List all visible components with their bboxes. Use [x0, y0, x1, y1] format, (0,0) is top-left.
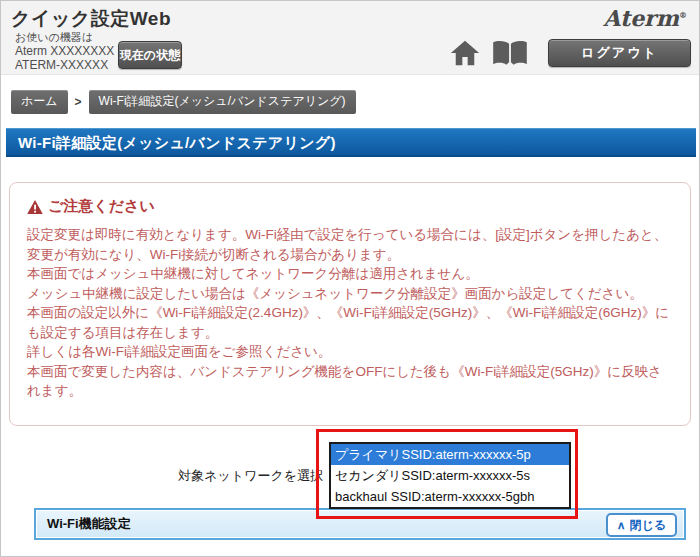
quick-settings-page: クイック設定Web お使いの機器は Aterm XXXXXXXX ATERM-X…: [0, 0, 700, 557]
page-title: Wi-Fi詳細設定(メッシュ/バンドステアリング): [6, 128, 696, 157]
notice-paragraph: 本画面で変更した内容は、バンドステアリング機能をOFFにした後も《Wi-Fi詳細…: [27, 362, 674, 401]
breadcrumb: ホーム > Wi-Fi詳細設定(メッシュ/バンドステアリング): [11, 90, 356, 114]
network-select-label: 対象ネットワークを選択: [1, 467, 323, 485]
warning-triangle-icon: [27, 200, 43, 214]
open-book-icon[interactable]: [491, 39, 529, 67]
breadcrumb-current[interactable]: Wi-Fi詳細設定(メッシュ/バンドステアリング): [89, 90, 356, 114]
notice-body: 設定変更は即時に有効となります。Wi-Fi経由で設定を行っている場合には、[設定…: [10, 216, 690, 401]
notice-paragraph: 本画面の設定以外に《Wi-Fi詳細設定(2.4GHz)》、《Wi-Fi詳細設定(…: [27, 303, 674, 342]
wifi-function-section-header: Wi-Fi機能設定 ∧ 閉じる: [34, 508, 686, 540]
network-option-primary[interactable]: プライマリSSID:aterm-xxxxxx-5p: [331, 444, 569, 465]
breadcrumb-home[interactable]: ホーム: [11, 90, 68, 114]
notice-paragraph: 詳しくは各Wi-Fi詳細設定画面をご参照ください。: [27, 342, 674, 362]
notice-box: ご注意ください 設定変更は即時に有効となります。Wi-Fi経由で設定を行っている…: [9, 182, 691, 426]
collapse-button-label: 閉じる: [629, 517, 666, 534]
device-name: ATERM-XXXXXX: [15, 58, 114, 72]
network-option-secondary[interactable]: セカンダリSSID:aterm-xxxxxx-5s: [331, 465, 569, 486]
network-option-backhaul[interactable]: backhaul SSID:aterm-xxxxxx-5gbh: [331, 486, 569, 507]
breadcrumb-separator: >: [75, 95, 82, 109]
app-header: クイック設定Web お使いの機器は Aterm XXXXXXXX ATERM-X…: [1, 1, 699, 75]
device-info-label: お使いの機器は: [15, 30, 114, 44]
brand-trademark: ®: [679, 10, 687, 20]
current-status-button[interactable]: 現在の状態: [118, 41, 182, 69]
notice-paragraph: 設定変更は即時に有効となります。Wi-Fi経由で設定を行っている場合には、[設定…: [27, 225, 674, 264]
aterm-logo: Aterm®: [603, 5, 687, 31]
notice-paragraph: メッシュ中継機に設定したい場合は《メッシュネットワーク分離設定》画面から設定して…: [27, 284, 674, 304]
collapse-section-button[interactable]: ∧ 閉じる: [606, 513, 677, 537]
notice-paragraph: 本画面ではメッシュ中継機に対してネットワーク分離は適用されません。: [27, 264, 674, 284]
home-icon[interactable]: [450, 39, 480, 67]
section-title: Wi-Fi機能設定: [36, 515, 131, 533]
network-select-listbox[interactable]: プライマリSSID:aterm-xxxxxx-5p セカンダリSSID:ater…: [329, 442, 571, 509]
chevron-up-icon: ∧: [617, 519, 626, 532]
notice-title: ご注意ください: [10, 183, 690, 216]
device-model: Aterm XXXXXXXX: [15, 44, 114, 58]
app-title: クイック設定Web: [11, 6, 171, 32]
device-info: お使いの機器は Aterm XXXXXXXX ATERM-XXXXXX: [15, 30, 114, 72]
logout-button[interactable]: ログアウト: [548, 39, 691, 67]
notice-title-text: ご注意ください: [48, 197, 155, 216]
